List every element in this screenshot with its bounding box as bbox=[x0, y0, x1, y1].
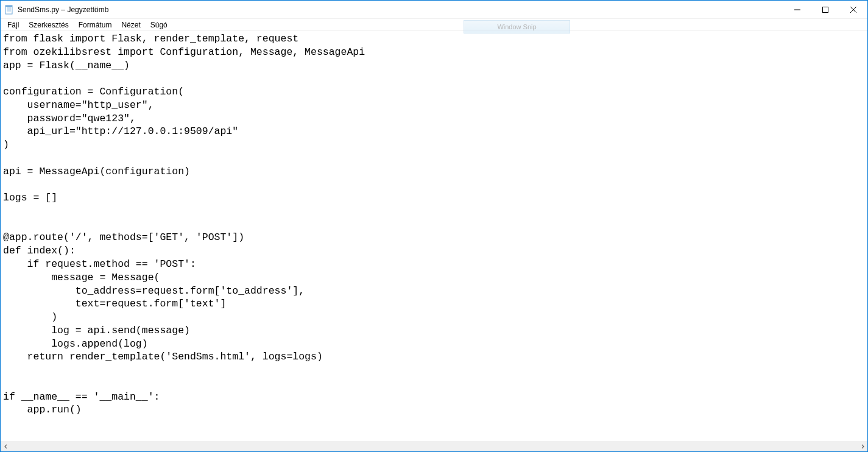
window-controls bbox=[783, 1, 867, 18]
window-title: SendSms.py – Jegyzettömb bbox=[18, 5, 108, 14]
editor-area[interactable]: from flask import Flask, render_template… bbox=[1, 31, 867, 441]
editor-content[interactable]: from flask import Flask, render_template… bbox=[1, 31, 867, 418]
snip-overlay: Window Snip bbox=[464, 20, 570, 34]
menubar: Fájl Szerkesztés Formátum Nézet Súgó bbox=[1, 19, 867, 31]
notepad-icon bbox=[4, 5, 14, 15]
titlebar-left: SendSms.py – Jegyzettömb bbox=[4, 5, 108, 15]
scroll-left-arrow[interactable] bbox=[1, 441, 11, 451]
menu-format[interactable]: Formátum bbox=[74, 19, 116, 30]
scroll-track[interactable] bbox=[11, 441, 857, 451]
maximize-button[interactable] bbox=[811, 1, 839, 18]
menu-view[interactable]: Nézet bbox=[117, 19, 144, 30]
menu-help[interactable]: Súgó bbox=[146, 19, 172, 30]
horizontal-scrollbar[interactable] bbox=[1, 441, 867, 451]
svg-rect-5 bbox=[5, 5, 12, 7]
titlebar: SendSms.py – Jegyzettömb bbox=[1, 1, 867, 19]
minimize-button[interactable] bbox=[783, 1, 811, 18]
menu-file[interactable]: Fájl bbox=[3, 19, 23, 30]
snip-label: Window Snip bbox=[497, 23, 536, 30]
scroll-right-arrow[interactable] bbox=[857, 441, 867, 451]
close-button[interactable] bbox=[839, 1, 867, 18]
svg-rect-7 bbox=[823, 7, 828, 12]
menu-edit[interactable]: Szerkesztés bbox=[24, 19, 72, 30]
